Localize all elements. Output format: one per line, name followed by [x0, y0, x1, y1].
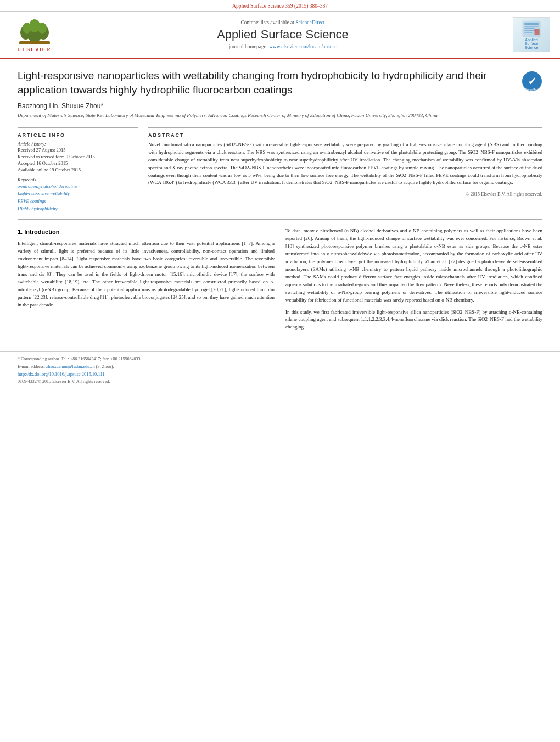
svg-rect-9 [524, 23, 539, 25]
journal-homepage: journal homepage: www.elsevier.com/locat… [65, 44, 501, 49]
title-section: Light-responsive nanoparticles with wett… [18, 69, 542, 97]
svg-rect-10 [524, 26, 539, 27]
svg-point-5 [23, 23, 31, 34]
affiliation: Department of Materials Science, State K… [18, 112, 542, 120]
body-two-col: 1. Introduction Intelligent stimuli-resp… [18, 227, 542, 336]
svg-rect-13 [524, 32, 533, 33]
received-revised-date: Received in revised form 9 October 2015 [18, 154, 138, 159]
svg-rect-14 [535, 29, 540, 35]
journal-logo-right: AppliedSurfaceScience [506, 17, 550, 52]
section-divider [18, 219, 542, 220]
email-link[interactable]: zhsuxuemue@fudan.edu.cn [46, 364, 95, 369]
journal-logo-icon [520, 20, 542, 38]
crossmark-icon: ✓ CrossMark [522, 71, 542, 92]
sciencedirect-link[interactable]: ScienceDirect [295, 20, 324, 25]
body-para-1: Intelligent stimuli-responsive materials… [18, 240, 275, 309]
body-para-right-2: In this study, we first fabricated irrev… [285, 309, 542, 332]
abstract-header: ABSTRACT [148, 132, 542, 138]
svg-text:CrossMark: CrossMark [525, 88, 540, 91]
available-date: Available online 19 October 2015 [18, 167, 138, 172]
history-label: Article history: [18, 141, 138, 147]
crossmark-logo: ✓ CrossMark [522, 71, 542, 92]
authors: Baozhong Lin, Shuxue Zhou* [18, 102, 542, 110]
abstract-text: Novel functional silica nanoparticles (S… [148, 141, 542, 187]
journal-title-banner: Applied Surface Science [65, 27, 501, 42]
body-para-right-1: To date, many o-nitrobenzyl (o-NB) alcoh… [285, 227, 542, 304]
journal-homepage-link[interactable]: www.elsevier.com/locate/apsusc [269, 44, 337, 49]
body-col-right: To date, many o-nitrobenzyl (o-NB) alcoh… [285, 227, 542, 336]
section1-title: 1. Introduction [18, 227, 275, 237]
received-date: Received 27 August 2015 [18, 147, 138, 153]
body-col-left: 1. Introduction Intelligent stimuli-resp… [18, 227, 275, 336]
page-wrapper: Applied Surface Science 359 (2015) 380–3… [0, 0, 560, 742]
keyword-1[interactable]: o-nitrobenzyl alcohol derivative [18, 183, 138, 191]
article-history: Article history: Received 27 August 2015… [18, 141, 138, 172]
keyword-3[interactable]: FEVE coatings [18, 198, 138, 205]
svg-rect-7 [19, 41, 50, 44]
abstract-col: ABSTRACT Novel functional silica nanopar… [148, 127, 542, 213]
contents-link: Contents lists available at ScienceDirec… [65, 20, 501, 25]
svg-text:✓: ✓ [528, 75, 537, 87]
journal-center: Contents lists available at ScienceDirec… [65, 20, 501, 49]
elsevier-label: ELSEVIER [18, 47, 52, 52]
article-title: Light-responsive nanoparticles with wett… [18, 69, 514, 97]
svg-point-6 [38, 23, 47, 34]
doi-link[interactable]: http://dx.doi.org/10.1016/j.apsusc.2015.… [18, 371, 542, 377]
svg-rect-11 [524, 28, 534, 29]
copyright-line: © 2015 Elsevier B.V. All rights reserved… [148, 191, 542, 197]
issn-line: 0169-4332/© 2015 Elsevier B.V. All right… [18, 379, 110, 384]
keywords-label: Keywords: [18, 177, 138, 182]
citation-text: Applied Surface Science 359 (2015) 380–3… [232, 3, 328, 9]
top-citation-bar: Applied Surface Science 359 (2015) 380–3… [0, 0, 560, 12]
keywords-section: Keywords: o-nitrobenzyl alcohol derivati… [18, 177, 138, 213]
accepted-date: Accepted 16 October 2015 [18, 160, 138, 166]
journal-header: ELSEVIER Contents lists available at Sci… [0, 12, 560, 59]
keyword-2[interactable]: Light-responsive wettability [18, 190, 138, 198]
footnote-email: E-mail address: zhsuxuemue@fudan.edu.cn … [18, 364, 542, 370]
journal-logo-box: AppliedSurfaceScience [513, 17, 550, 52]
article-info-header: ARTICLE INFO [18, 132, 138, 138]
keyword-4[interactable]: Highly hydrophilicity [18, 205, 138, 213]
article-content: Light-responsive nanoparticles with wett… [0, 59, 560, 345]
footnote-author: * Corresponding author. Tel.: +86 216564… [18, 356, 542, 362]
elsevier-logo: ELSEVIER [10, 17, 59, 52]
page-footer: * Corresponding author. Tel.: +86 216564… [0, 351, 560, 388]
article-info-col: ARTICLE INFO Article history: Received 2… [18, 127, 138, 213]
elsevier-tree-icon [15, 17, 54, 46]
journal-logo-text: AppliedSurfaceScience [525, 38, 539, 49]
info-abstract-section: ARTICLE INFO Article history: Received 2… [18, 127, 542, 213]
